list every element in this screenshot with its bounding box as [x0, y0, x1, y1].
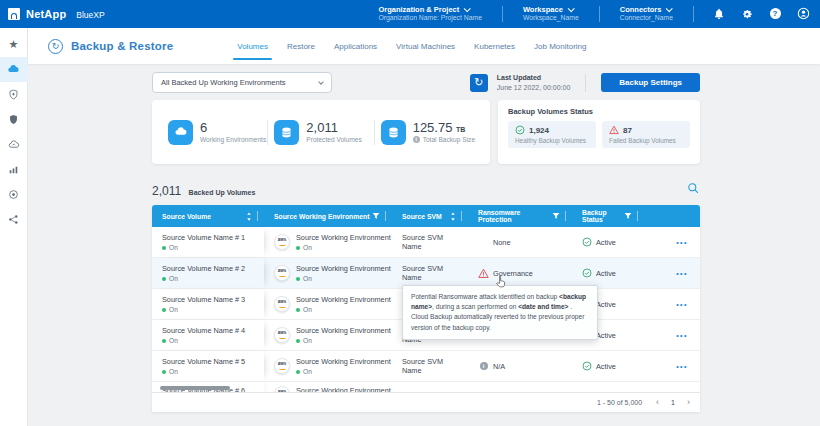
stat-working-environments: 6 Working Environments	[162, 120, 267, 145]
sidebar-item-storage[interactable]	[0, 57, 28, 82]
account-icon[interactable]	[796, 7, 810, 21]
tab-volumes[interactable]: Volumes	[237, 28, 268, 64]
environment-state: On	[303, 337, 312, 344]
source-volume-name: Source Volume Name # 1	[162, 233, 245, 242]
prev-page-icon[interactable]: ‹	[656, 398, 659, 407]
stat-total-backup-size: 125.75 TB iTotal Backup Size	[374, 120, 480, 145]
page-title: Backup & Restore	[71, 40, 173, 52]
connectors-value: Connector_Name	[620, 14, 673, 22]
ransomware-protection-value: None	[493, 238, 510, 247]
column-source-svm[interactable]: Source SVM	[392, 205, 468, 227]
working-environment-name: Source Working Environment	[296, 326, 391, 335]
topbar-right: Organization & Project Organization Name…	[368, 5, 810, 23]
screen: NetApp BlueXP Organization & Project Org…	[0, 0, 820, 426]
column-backup-status[interactable]: Backup Status	[572, 205, 644, 227]
help-icon[interactable]: ?	[768, 7, 782, 21]
status-dot-on	[296, 277, 300, 281]
column-label: Backup Status	[582, 209, 624, 223]
failed-count: 87	[623, 126, 632, 135]
source-svm-name: Source SVM Name	[402, 233, 462, 251]
sidebar-item-analysis[interactable]	[0, 157, 28, 182]
aws-icon: aws	[274, 386, 290, 392]
check-circle-icon	[515, 125, 525, 135]
refresh-button[interactable]: ↻	[470, 74, 488, 92]
connectors-menu[interactable]: Connectors Connector_Name	[610, 5, 683, 23]
filter-icon	[372, 212, 380, 220]
source-volume-name: Source Volume Name # 2	[162, 264, 245, 273]
tab-virtual-machines[interactable]: Virtual Machines	[396, 28, 455, 64]
tooltip-date-time: <date and time>	[518, 303, 568, 310]
workspace-label: Workspace	[523, 5, 563, 14]
aws-icon: aws	[274, 265, 290, 281]
row-actions-menu[interactable]: •••	[676, 239, 688, 246]
environment-state: On	[303, 244, 312, 251]
tab-restore[interactable]: Restore	[287, 28, 315, 64]
table-header: Source Volume Source Working Environment…	[152, 205, 700, 227]
volume-state: On	[169, 337, 178, 344]
shield-icon	[8, 114, 19, 125]
healthy-label: Healthy Backup Volumes	[515, 137, 589, 144]
column-label: Source SVM	[402, 213, 442, 220]
last-updated: Last Updated June 12 2022, 00:00:00	[497, 73, 571, 91]
column-source-working-environment[interactable]: Source Working Environment	[264, 205, 392, 227]
row-actions-menu[interactable]: •••	[676, 363, 688, 370]
cloud-icon	[7, 63, 20, 76]
row-actions-menu[interactable]: •••	[676, 301, 688, 308]
ransomware-tooltip: Potential Ransomware attack identified o…	[402, 285, 598, 340]
tab-applications[interactable]: Applications	[334, 28, 377, 64]
cloud-icon	[168, 120, 193, 145]
backed-up-volumes-table: Source Volume Source Working Environment…	[152, 205, 700, 412]
backup-status-value: Active	[596, 269, 616, 278]
sidebar-item-extend[interactable]	[0, 207, 28, 232]
workspace-menu[interactable]: Workspace Workspace_Name	[513, 5, 589, 23]
failed-label: Failed Backup Volumes	[609, 137, 683, 144]
working-environment-select-value: All Backed Up Working Environments	[161, 78, 286, 87]
table-row[interactable]: Source Volume Name # 1On awsSource Worki…	[152, 227, 700, 258]
bell-icon[interactable]	[712, 7, 726, 21]
sidebar-item-health[interactable]	[0, 82, 28, 107]
working-environment-name: Source Working Environment	[296, 357, 391, 366]
warning-triangle-icon[interactable]	[478, 268, 489, 279]
tab-job-monitoring[interactable]: Job Monitoring	[534, 28, 586, 64]
status-dot-on	[162, 308, 166, 312]
org-project-value: Organization Name: Project Name	[378, 14, 482, 22]
current-page[interactable]: 1	[671, 399, 675, 406]
sidebar-item-protection[interactable]	[0, 107, 28, 132]
sidebar-item-favorites[interactable]: ★	[0, 32, 28, 57]
column-ransomware-protection[interactable]: Ransomware Protection	[468, 205, 572, 227]
sort-icon	[246, 212, 252, 221]
environment-state: On	[303, 275, 312, 282]
source-volume-name: Source Volume Name # 5	[162, 357, 245, 366]
sidebar-item-mobility[interactable]	[0, 132, 28, 157]
search-icon[interactable]	[687, 181, 700, 199]
status-dot-on	[296, 308, 300, 312]
healthy-count: 1,924	[529, 126, 549, 135]
tab-kubernetes[interactable]: Kubernetes	[474, 28, 515, 64]
table-row-partial[interactable]: Source Volume Name # 6 awsSource Working…	[152, 382, 700, 392]
info-circle-icon[interactable]: i	[478, 361, 489, 372]
topbar: NetApp BlueXP Organization & Project Org…	[0, 0, 820, 28]
row-actions-menu[interactable]: •••	[676, 332, 688, 339]
gear-icon[interactable]	[740, 7, 754, 21]
aws-icon: aws	[274, 234, 290, 250]
stat-label: Total Backup Size	[423, 136, 475, 143]
tab-bar: Volumes Restore Applications Virtual Mac…	[237, 28, 586, 64]
working-environment-select[interactable]: All Backed Up Working Environments	[152, 72, 332, 93]
volume-state: On	[169, 306, 178, 313]
stat-value: 2,011	[306, 121, 361, 135]
sidebar-item-control[interactable]	[0, 182, 28, 207]
working-environment-name: Source Working Environment	[296, 386, 391, 392]
backed-up-volumes-count: 2,011	[152, 184, 181, 198]
backup-settings-button[interactable]: Backup Settings	[601, 73, 700, 92]
table-row[interactable]: Source Volume Name # 5On awsSource Worki…	[152, 351, 700, 382]
next-page-icon[interactable]: ›	[687, 398, 690, 407]
row-actions-menu[interactable]: •••	[676, 270, 688, 277]
divider	[693, 6, 694, 22]
org-project-menu[interactable]: Organization & Project Organization Name…	[368, 5, 492, 23]
brand: NetApp BlueXP	[8, 8, 105, 20]
column-source-volume[interactable]: Source Volume	[152, 205, 264, 227]
status-dot-on	[296, 339, 300, 343]
shield-plus-icon	[8, 89, 19, 100]
status-dot-on	[162, 339, 166, 343]
horizontal-scrollbar[interactable]	[160, 386, 230, 390]
